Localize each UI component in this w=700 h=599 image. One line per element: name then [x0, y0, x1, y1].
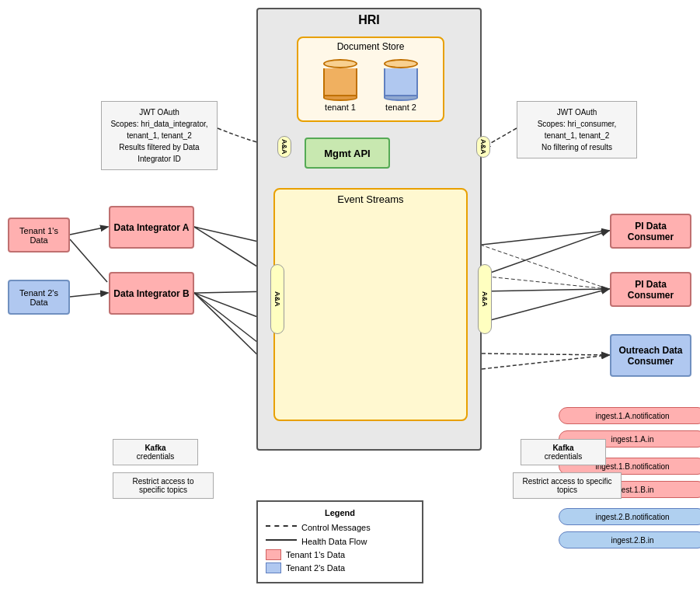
legend-item-tenant1: Tenant 1's Data: [266, 549, 414, 560]
jwt-left-text: JWT OAuth Scopes: hri_data_integrator, t…: [110, 108, 207, 163]
pi-consumer-1: PI Data Consumer: [610, 214, 691, 249]
mgmt-api-label: Mgmt API: [324, 148, 370, 159]
db-cylinder-2: tenant 2: [384, 59, 418, 112]
aa-label-right-mgmt: A&A: [476, 136, 490, 158]
mgmt-api-box: Mgmt API: [305, 138, 390, 169]
diagram-container: HRI Document Store tenant 1 tenant 2: [0, 0, 700, 599]
db-container: tenant 1 tenant 2: [298, 55, 443, 116]
db-label-1: tenant 1: [325, 103, 356, 112]
restrict-access-left: Restrict access to specific topics: [113, 472, 214, 499]
topic-ingest-2b-in: ingest.2.B.in: [559, 531, 700, 549]
event-streams-box: Event Streams ingest.1.A.notification in…: [273, 188, 468, 421]
legend-tenant1-label: Tenant 1's Data: [286, 550, 345, 559]
svg-line-10: [482, 231, 608, 276]
aa-label-left-event: A&A: [270, 264, 284, 334]
hri-title: HRI: [258, 9, 480, 31]
svg-line-18: [480, 245, 608, 289]
hri-box: HRI Document Store tenant 1 tenant 2: [256, 8, 482, 451]
jwt-oauth-left: JWT OAuth Scopes: hri_data_integrator, t…: [101, 101, 218, 170]
kafka-creds-right: credentials: [545, 452, 582, 461]
aa-label-left-mgmt: A&A: [277, 136, 291, 158]
topic-ingest-1a-notif: ingest.1.A.notification: [559, 407, 700, 424]
svg-line-13: [482, 353, 608, 355]
svg-line-11: [482, 289, 608, 291]
kafka-credentials-right: Kafka credentials: [521, 439, 606, 465]
legend-item-control: Control Messages: [266, 521, 414, 533]
tenant1-data: Tenant 1's Data: [8, 218, 70, 252]
svg-line-19: [480, 276, 608, 289]
kafka-label-right: Kafka: [552, 444, 573, 452]
db-cylinder-1: tenant 1: [323, 59, 357, 112]
svg-line-0: [70, 227, 107, 235]
topic-ingest-2b-notif: ingest.2.B.notification: [559, 508, 700, 525]
legend-control-label: Control Messages: [301, 523, 371, 532]
db-top-1: [323, 59, 357, 68]
aa-label-right-event: A&A: [478, 264, 492, 334]
legend-box: Legend Control Messages Health Data Flow…: [256, 500, 423, 583]
db-body-2: [384, 68, 418, 96]
legend-solid-line: [266, 539, 297, 547]
svg-line-14: [482, 355, 608, 369]
legend-tenant2-label: Tenant 2's Data: [286, 563, 345, 573]
doc-store-box: Document Store tenant 1 tenant 2: [297, 37, 444, 122]
legend-title: Legend: [266, 508, 414, 517]
pi-consumer-2: PI Data Consumer: [610, 272, 691, 307]
kafka-credentials-left: Kafka credentials: [113, 439, 198, 465]
tenant2-data: Tenant 2's Data: [8, 280, 70, 315]
svg-line-1: [70, 293, 107, 297]
data-integrator-a: Data Integrator A: [109, 206, 194, 249]
outreach-consumer: Outreach Data Consumer: [610, 334, 691, 377]
legend-pink-box: [266, 549, 281, 560]
legend-item-tenant2: Tenant 2's Data: [266, 562, 414, 573]
db-body-1: [323, 68, 357, 96]
db-top-2: [384, 59, 418, 68]
legend-dashed-line: [266, 525, 297, 533]
svg-line-12: [482, 289, 608, 322]
legend-blue-box: [266, 562, 281, 573]
jwt-oauth-right: JWT OAuth Scopes: hri_consumer, tenant_1…: [517, 101, 637, 158]
doc-store-title: Document Store: [298, 38, 443, 55]
kafka-label-left: Kafka: [145, 444, 165, 452]
legend-health-label: Health Data Flow: [301, 537, 367, 546]
svg-line-2: [70, 239, 107, 282]
restrict-access-right: Restrict access to specific topics: [513, 472, 622, 499]
db-label-2: tenant 2: [385, 103, 416, 112]
jwt-right-text: JWT OAuth Scopes: hri_consumer, tenant_1…: [538, 108, 617, 151]
svg-line-9: [482, 231, 608, 245]
data-integrator-b: Data Integrator B: [109, 272, 194, 315]
kafka-creds-left: credentials: [137, 452, 174, 461]
event-streams-title: Event Streams: [275, 190, 466, 209]
legend-item-health: Health Data Flow: [266, 535, 414, 547]
